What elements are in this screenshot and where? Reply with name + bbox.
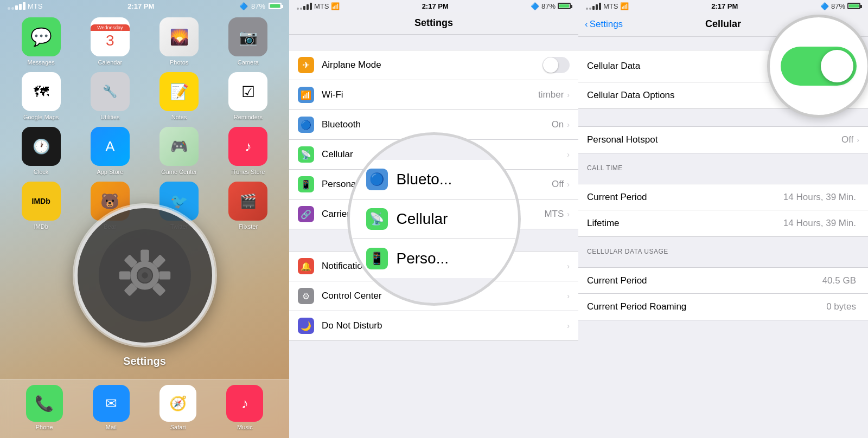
utilities-label: Utilities: [100, 114, 119, 120]
cellular-data-toggle[interactable]: [831, 57, 859, 75]
airplane-toggle[interactable]: [542, 57, 570, 73]
magnified-hotspot-row: 📱 Perso...: [350, 239, 518, 278]
gamecenter-label: Game Center: [161, 169, 197, 175]
calendar-label: Calendar: [98, 59, 123, 66]
carrier-name-panel2: MTS: [314, 2, 329, 10]
clock-icon: 🕐: [22, 127, 61, 166]
itunes-label: iTunes Store: [231, 169, 265, 175]
control-center-row-icon: ⚙: [298, 288, 314, 304]
call-time-current-row: Current Period 14 Hours, 39 Min.: [578, 184, 868, 210]
cellular-data-row[interactable]: Cellular Data: [578, 50, 868, 82]
app-clock[interactable]: 🕐 Clock: [9, 127, 73, 175]
bluetooth-row-icon: 🔵: [298, 117, 314, 133]
call-time-current-label: Current Period: [587, 192, 783, 203]
back-label: Settings: [590, 19, 623, 30]
app-reminders[interactable]: ☑ Reminders: [216, 72, 280, 120]
battery-area-panel1: 🔷 87%: [239, 2, 282, 10]
flixster-icon: 🎬: [228, 182, 267, 221]
app-calendar[interactable]: Wednesday 3 Calendar: [78, 17, 142, 66]
wifi-row[interactable]: 📶 Wi-Fi timber ›: [289, 80, 578, 110]
back-chevron-icon: ‹: [585, 19, 588, 30]
settings-magnifier-label: Settings: [123, 355, 166, 368]
time-panel1: 2:17 PM: [127, 2, 154, 10]
settings-magnifier: [74, 205, 215, 346]
svg-rect-6: [159, 271, 170, 279]
toggle-magnifier-knob: [821, 50, 853, 82]
call-time-section: Current Period 14 Hours, 39 Min. Lifetim…: [578, 184, 868, 237]
clock-label: Clock: [34, 169, 49, 175]
music-label: Music: [237, 424, 253, 430]
utilities-icon: 🔧: [91, 72, 130, 111]
home-screen: MTS 2:17 PM 🔷 87% 💬 Messages Wednesday 3…: [0, 0, 289, 438]
dock-safari[interactable]: 🧭 Safari: [159, 385, 196, 430]
safari-label: Safari: [170, 424, 186, 430]
app-appstore[interactable]: A App Store: [78, 127, 142, 175]
hotspot-chevron-icon: ›: [567, 180, 570, 189]
cellular-chevron-icon: ›: [567, 150, 570, 159]
personal-hotspot-row[interactable]: Personal Hotspot Off ›: [578, 127, 868, 153]
dnd-row[interactable]: 🌙 Do Not Disturb ›: [289, 311, 578, 340]
svg-point-12: [142, 272, 148, 278]
signal-dots: [8, 2, 25, 10]
cellular-data-section: Cellular Data Cellular Data Options Roam…: [578, 50, 868, 109]
notes-icon: 📝: [159, 72, 199, 111]
data-usage-current-value: 40.5 GB: [822, 275, 856, 286]
toggle-magnifier-switch: [781, 47, 857, 86]
wifi-icon-panel2: 📶: [331, 2, 340, 10]
itunes-icon: ♪: [228, 127, 267, 166]
toggle-magnifier: [767, 15, 868, 118]
battery-icon-panel3: [847, 3, 860, 9]
airplane-mode-row[interactable]: ✈ Airplane Mode: [289, 50, 578, 80]
messages-label: Messages: [28, 59, 55, 66]
airplane-mode-label: Airplane Mode: [322, 60, 542, 70]
carrier-signal: MTS: [8, 2, 42, 10]
magnified-cellular-icon: 📡: [366, 208, 388, 230]
dock-phone[interactable]: 📞 Phone: [26, 385, 63, 430]
back-button[interactable]: ‹ Settings: [585, 19, 623, 30]
reminders-icon: ☑: [228, 72, 267, 111]
notifications-chevron-icon: ›: [567, 262, 570, 270]
cellular-screen: MTS 📶 2:17 PM 🔷 87% ‹ Settings Cellular …: [578, 0, 868, 438]
data-usage-section-header: CELLULAR DATA USAGE: [578, 241, 868, 259]
googlemaps-label: Google Maps: [23, 114, 59, 120]
time-panel2: 2:17 PM: [422, 2, 449, 10]
googlemaps-icon: 🗺: [22, 72, 61, 111]
appstore-icon: A: [91, 127, 130, 166]
carrier-name-panel3: MTS: [603, 2, 618, 10]
dock-music[interactable]: ♪ Music: [226, 385, 263, 430]
carrier-signal-panel2: MTS 📶: [297, 2, 340, 10]
data-usage-roaming-value: 0 bytes: [826, 301, 856, 312]
app-utilities[interactable]: 🔧 Utilities: [78, 72, 142, 120]
app-messages[interactable]: 💬 Messages: [9, 17, 73, 66]
app-notes[interactable]: 📝 Notes: [147, 72, 212, 120]
app-gamecenter[interactable]: 🎮 Game Center: [147, 127, 212, 175]
dock-mail[interactable]: ✉ Mail: [93, 385, 130, 430]
wifi-icon-panel3: 📶: [620, 2, 629, 10]
battery-icon-panel2: [558, 3, 571, 9]
safari-icon: 🧭: [159, 385, 196, 422]
magnified-cellular-label: Cellular: [397, 210, 448, 228]
data-usage-current-row: Current Period 40.5 GB: [578, 268, 868, 294]
call-time-current-value: 14 Hours, 39 Min.: [783, 192, 856, 203]
hotspot-chevron-icon: ›: [857, 136, 859, 144]
dnd-label: Do Not Disturb: [322, 320, 567, 331]
photos-icon: 🌄: [159, 17, 199, 56]
dnd-chevron-icon: ›: [567, 321, 570, 330]
app-photos[interactable]: 🌄 Photos: [147, 17, 212, 66]
personal-hotspot-value: Off: [841, 134, 853, 145]
battery-icon-panel1: [269, 3, 282, 9]
app-googlemaps[interactable]: 🗺 Google Maps: [9, 72, 73, 120]
camera-label: Camera: [238, 59, 259, 66]
battery-panel3: 🔷 87%: [820, 2, 860, 10]
cellular-title: Cellular: [705, 18, 741, 30]
app-itunes[interactable]: ♪ iTunes Store: [216, 127, 280, 175]
app-camera[interactable]: 📷 Camera: [216, 17, 280, 66]
wifi-value: timber: [538, 89, 564, 100]
app-flixster[interactable]: 🎬 Flixster: [216, 182, 280, 230]
app-imdb[interactable]: IMDb IMDb: [9, 182, 73, 230]
magnified-cellular-row[interactable]: 📡 Cellular: [350, 199, 518, 239]
data-usage-roaming-label: Current Period Roaming: [587, 301, 826, 312]
data-usage-roaming-row: Current Period Roaming 0 bytes: [578, 294, 868, 320]
status-bar-panel2: MTS 📶 2:17 PM 🔷 87%: [289, 0, 578, 12]
personal-hotspot-label: Personal Hotspot: [587, 134, 841, 145]
